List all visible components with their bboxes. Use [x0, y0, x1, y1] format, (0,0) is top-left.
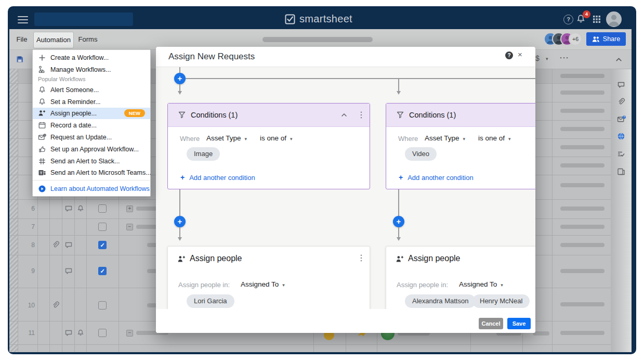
menu-item-manage-workflows[interactable]: Manage Workflows...: [33, 64, 150, 75]
menu-item-set-reminder[interactable]: Set a Reminder...: [33, 96, 150, 108]
comment-icon[interactable]: [64, 267, 73, 275]
app-launcher-grid-icon[interactable]: [593, 15, 601, 23]
tab-file[interactable]: File: [12, 29, 31, 49]
row-header[interactable]: 7: [16, 223, 35, 230]
hamburger-menu-icon[interactable]: [18, 14, 28, 25]
dropdown-arrow-icon: ▾: [245, 136, 247, 141]
modal-title: Assign New Requests: [168, 51, 255, 62]
condition-block: Conditions (1) ⋮ Where Asset Type▾ is on…: [386, 103, 535, 189]
help-icon[interactable]: ?: [563, 15, 573, 24]
publish-globe-icon[interactable]: [617, 132, 625, 140]
update-requests-panel-icon[interactable]: ?: [617, 115, 625, 123]
add-step-button[interactable]: +: [174, 216, 186, 227]
cancel-button[interactable]: Cancel: [479, 318, 503, 329]
person-chip[interactable]: Lori Garcia: [187, 294, 234, 308]
filter-funnel-icon: [178, 111, 186, 119]
condition-operator-dropdown[interactable]: is one of▾: [478, 134, 511, 142]
automation-dropdown-menu: Create a Workflow... Manage Workflows...…: [32, 49, 151, 197]
person-chip[interactable]: Alexandra Mattson: [405, 294, 476, 308]
sheet-name-field[interactable]: [34, 12, 133, 26]
person-chip[interactable]: Henry McNeal: [472, 294, 530, 308]
condition-operator-dropdown[interactable]: is one of▾: [260, 134, 293, 142]
workflow-editor-modal: Assign New Requests ? × + Conditions (1)…: [156, 47, 535, 333]
menu-item-slack-alert[interactable]: Send an Alert to Slack...: [33, 156, 150, 167]
user-avatar[interactable]: [606, 11, 622, 27]
checkbox-unchecked[interactable]: [98, 204, 107, 213]
condition-header: Conditions (1) ⋮: [168, 104, 370, 127]
calendar-icon: [38, 121, 46, 130]
reminder-bell-icon[interactable]: [76, 204, 85, 213]
row-header[interactable]: 11: [16, 329, 35, 337]
checkbox-unchecked[interactable]: [98, 223, 107, 231]
attachment-paperclip-icon[interactable]: [51, 241, 60, 249]
expand-toggle[interactable]: +: [126, 205, 133, 212]
checkbox-unchecked[interactable]: [98, 301, 107, 310]
save-button[interactable]: Save: [507, 318, 531, 329]
attachments-panel-icon[interactable]: [617, 98, 625, 106]
tab-automation[interactable]: Automation: [33, 32, 74, 48]
modal-footer: Cancel Save: [156, 309, 535, 333]
menu-item-create-workflow[interactable]: Create a Workflow...: [33, 52, 150, 63]
menu-item-alert-someone[interactable]: Alert Someone...: [33, 84, 150, 96]
row-header[interactable]: 10: [16, 302, 35, 309]
collaborators-more-count[interactable]: +6: [570, 33, 581, 45]
reminder-bell-icon[interactable]: [76, 329, 85, 337]
collapse-toggle[interactable]: −: [126, 224, 133, 230]
plus-icon: +: [180, 173, 185, 182]
collapse-caret-icon[interactable]: [340, 111, 348, 119]
notification-count-badge: 4: [583, 10, 590, 18]
smartsheet-app: smartsheet ? 4 File Automation Forms +6 …: [0, 0, 644, 361]
condition-value-chip[interactable]: Video: [405, 147, 437, 161]
thumbs-up-icon: [38, 145, 46, 153]
collapse-toolbar-chevron-icon[interactable]: [615, 56, 623, 63]
condition-value-chip[interactable]: Image: [187, 147, 220, 161]
comment-icon[interactable]: [64, 329, 73, 337]
dropdown-arrow-icon: ▾: [282, 282, 285, 288]
condition-title: Conditions (1): [409, 104, 456, 126]
currency-format-button[interactable]: $: [535, 54, 540, 62]
menu-item-record-date[interactable]: Record a date...: [33, 120, 150, 131]
kebab-menu-icon[interactable]: ⋮: [357, 253, 365, 263]
add-condition-link[interactable]: +Add another condition: [180, 173, 255, 182]
row-header[interactable]: 8: [16, 241, 35, 249]
row-header[interactable]: 9: [16, 267, 35, 275]
checkbox-checked[interactable]: ✓: [98, 241, 107, 249]
collapse-toggle[interactable]: −: [126, 330, 133, 337]
activity-log-icon[interactable]: [617, 150, 625, 158]
action-block-assign-people: Assign people ⋮ Assign people in: Assign…: [167, 246, 370, 310]
kebab-menu-icon[interactable]: ⋮: [357, 110, 365, 120]
logo-checkbox-icon: [285, 14, 295, 24]
assign-column-dropdown[interactable]: Assigned To▾: [241, 280, 285, 288]
filter-funnel-icon: [397, 111, 404, 119]
menu-item-approval-workflow[interactable]: Set up an Approval Workflow...: [33, 144, 150, 155]
comment-icon[interactable]: [64, 241, 73, 249]
modal-close-icon[interactable]: ×: [518, 50, 522, 59]
add-step-button[interactable]: +: [393, 216, 404, 227]
condition-field-dropdown[interactable]: Asset Type▾: [206, 134, 247, 142]
assign-column-dropdown[interactable]: Assigned To▾: [459, 280, 503, 288]
checkbox-unchecked[interactable]: [98, 329, 107, 337]
arrowhead-down-icon: [178, 91, 182, 95]
more-options-button[interactable]: ⋯: [559, 52, 569, 63]
save-icon[interactable]: [16, 55, 24, 63]
menu-item-request-update[interactable]: ? Request an Update...: [33, 132, 150, 143]
add-condition-link[interactable]: +Add another condition: [399, 173, 474, 182]
condition-field-dropdown[interactable]: Asset Type▾: [425, 134, 465, 142]
menu-item-teams-alert[interactable]: T Send an Alert to Microsoft Teams...: [33, 167, 150, 178]
attachment-paperclip-icon[interactable]: [51, 301, 60, 310]
add-step-button[interactable]: +: [174, 73, 186, 84]
comments-panel-icon[interactable]: [617, 81, 625, 89]
tab-forms[interactable]: Forms: [76, 29, 100, 49]
menu-divider: [33, 180, 150, 180]
checkbox-checked[interactable]: ✓: [98, 267, 107, 275]
svg-text:?: ?: [624, 116, 625, 119]
share-button[interactable]: Share: [586, 32, 626, 46]
right-sidebar: [611, 69, 632, 352]
menu-item-learn-workflows[interactable]: Learn about Automated Workflows: [33, 183, 150, 195]
modal-help-icon[interactable]: ?: [505, 51, 513, 59]
proofs-panel-icon[interactable]: [617, 167, 625, 176]
comment-icon[interactable]: [64, 204, 73, 213]
currency-dropdown-arrow-icon[interactable]: ▾: [546, 56, 548, 61]
envelope-question-icon: ?: [38, 133, 46, 141]
row-header[interactable]: 6: [16, 205, 35, 212]
